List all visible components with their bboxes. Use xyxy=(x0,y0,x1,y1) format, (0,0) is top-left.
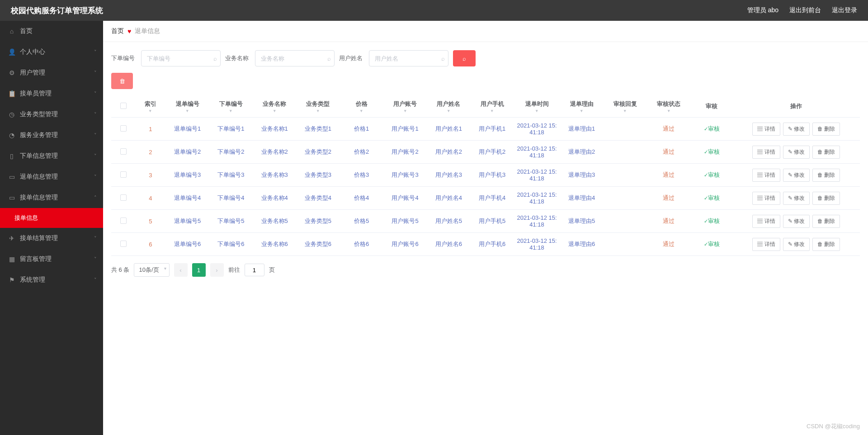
detail-button[interactable]: ▤ 详情 xyxy=(752,215,780,228)
admin-label[interactable]: 管理员 abo xyxy=(747,6,778,14)
col-header-5[interactable]: 价格 xyxy=(340,95,383,118)
edit-button[interactable]: ✎ 修改 xyxy=(783,192,810,205)
sidebar-item-8[interactable]: ▭接单信息管理˄ xyxy=(0,187,103,208)
sidebar-item-11[interactable]: ⚑系统管理˅ xyxy=(0,270,103,290)
table-row: 4退单编号4下单编号4业务名称4业务类型4价格4用户账号4用户姓名4用户手机42… xyxy=(111,187,860,210)
col-header-3[interactable]: 业务名称 xyxy=(253,95,296,118)
col-header-2[interactable]: 下单编号 xyxy=(209,95,253,118)
order-no-input[interactable] xyxy=(141,50,221,66)
logout-link[interactable]: 退出登录 xyxy=(832,6,857,14)
sort-icon xyxy=(138,109,163,113)
audit-link[interactable]: 审核 xyxy=(704,125,720,132)
sidebar-item-6[interactable]: ▯下单信息管理˅ xyxy=(0,146,103,166)
row-checkbox[interactable] xyxy=(120,241,127,247)
clock2-icon: ◔ xyxy=(8,132,15,139)
cell-reason: 退单理由3 xyxy=(560,164,603,187)
batch-delete-button[interactable]: 🗑 xyxy=(111,73,133,89)
col-header-14[interactable]: 操作 xyxy=(733,95,860,118)
user-name-input[interactable] xyxy=(369,50,448,66)
order-no-label: 下单编号 xyxy=(111,54,135,62)
edit-button[interactable]: ✎ 修改 xyxy=(783,123,810,136)
row-checkbox[interactable] xyxy=(120,194,127,201)
delete-button[interactable]: 🗑 删除 xyxy=(812,123,840,136)
prev-page-button[interactable]: ‹ xyxy=(174,263,188,277)
sidebar-item-label: 接单结算管理 xyxy=(20,234,58,242)
select-all-checkbox[interactable] xyxy=(120,103,127,109)
cell-order-no: 下单编号3 xyxy=(209,164,253,187)
header-right: 管理员 abo 退出到前台 退出登录 xyxy=(747,6,857,14)
row-checkbox[interactable] xyxy=(120,218,127,224)
detail-button[interactable]: ▤ 详情 xyxy=(752,169,780,182)
audit-link[interactable]: 审核 xyxy=(704,148,720,155)
sidebar-item-0[interactable]: ⌂首页 xyxy=(0,21,103,42)
cell-time: 2021-03-12 15:41:18 xyxy=(514,141,560,164)
sidebar-item-10[interactable]: ▦留言板管理˅ xyxy=(0,249,103,270)
audit-link[interactable]: 审核 xyxy=(704,241,720,247)
row-checkbox[interactable] xyxy=(120,125,127,132)
magnify-icon: ⌕ xyxy=(462,55,466,62)
delete-button[interactable]: 🗑 删除 xyxy=(812,215,840,228)
crumb-home[interactable]: 首页 xyxy=(111,27,124,35)
detail-button[interactable]: ▤ 详情 xyxy=(752,238,780,251)
sidebar-item-3[interactable]: 📋接单员管理˅ xyxy=(0,83,103,104)
row-checkbox[interactable] xyxy=(120,171,127,178)
sidebar-subitem-8-0[interactable]: 接单信息 xyxy=(0,208,103,228)
sidebar-item-1[interactable]: 👤个人中心˅ xyxy=(0,42,103,62)
search-icon: ⌕ xyxy=(327,55,331,62)
cell-reason: 退单理由6 xyxy=(560,233,603,256)
delete-button[interactable]: 🗑 删除 xyxy=(812,192,840,205)
cell-biz-type: 业务类型5 xyxy=(296,210,340,233)
detail-button[interactable]: ▤ 详情 xyxy=(752,123,780,136)
col-header-10[interactable]: 退单理由 xyxy=(560,95,603,118)
audit-link[interactable]: 审核 xyxy=(704,218,720,224)
sidebar-item-9[interactable]: ✈接单结算管理˅ xyxy=(0,228,103,249)
col-header-7[interactable]: 用户姓名 xyxy=(427,95,470,118)
sidebar-item-4[interactable]: ◷业务类型管理˅ xyxy=(0,104,103,125)
detail-button[interactable]: ▤ 详情 xyxy=(752,192,780,205)
search-button[interactable]: ⌕ xyxy=(453,50,476,66)
sidebar-item-5[interactable]: ◔服务业务管理˅ xyxy=(0,125,103,146)
to-front-link[interactable]: 退出到前台 xyxy=(789,6,821,14)
cell-price: 价格5 xyxy=(340,210,383,233)
goto-page-input[interactable] xyxy=(245,264,264,276)
col-header-9[interactable]: 退单时间 xyxy=(514,95,560,118)
chevron-down-icon: ˅ xyxy=(94,277,97,283)
audit-link[interactable]: 审核 xyxy=(704,171,720,178)
sort-icon xyxy=(212,109,250,113)
edit-button[interactable]: ✎ 修改 xyxy=(783,169,810,182)
col-header-11[interactable]: 审核回复 xyxy=(604,95,647,118)
edit-button[interactable]: ✎ 修改 xyxy=(783,146,810,159)
page-size-select[interactable]: 10条/页 xyxy=(134,263,169,277)
screen-icon: ▭ xyxy=(8,194,15,201)
detail-button[interactable]: ▤ 详情 xyxy=(752,146,780,159)
chevron-up-icon: ˄ xyxy=(94,195,97,201)
page-1-button[interactable]: 1 xyxy=(192,263,206,277)
biz-name-input[interactable] xyxy=(255,50,335,66)
col-header-6[interactable]: 用户账号 xyxy=(383,95,427,118)
row-checkbox[interactable] xyxy=(120,148,127,155)
sidebar-item-7[interactable]: ▭退单信息管理˅ xyxy=(0,166,103,187)
col-header-12[interactable]: 审核状态 xyxy=(647,95,690,118)
col-header-8[interactable]: 用户手机 xyxy=(470,95,514,118)
edit-button[interactable]: ✎ 修改 xyxy=(783,238,810,251)
sort-icon xyxy=(562,109,600,113)
table-row: 3退单编号3下单编号3业务名称3业务类型3价格3用户账号3用户姓名3用户手机32… xyxy=(111,164,860,187)
delete-button[interactable]: 🗑 删除 xyxy=(812,238,840,251)
col-header-1[interactable]: 退单编号 xyxy=(165,95,209,118)
edit-button[interactable]: ✎ 修改 xyxy=(783,215,810,228)
col-header-13[interactable]: 审核 xyxy=(690,95,733,118)
col-header-4[interactable]: 业务类型 xyxy=(296,95,340,118)
sort-icon xyxy=(429,109,467,113)
cell-index: 6 xyxy=(136,233,166,256)
cell-index: 3 xyxy=(136,164,166,187)
delete-button[interactable]: 🗑 删除 xyxy=(812,146,840,159)
cell-reason: 退单理由5 xyxy=(560,210,603,233)
next-page-button[interactable]: › xyxy=(210,263,224,277)
delete-button[interactable]: 🗑 删除 xyxy=(812,169,840,182)
user-icon: 👤 xyxy=(8,48,15,56)
search-bar: 下单编号 ⌕ 业务名称 ⌕ 用户姓名 ⌕ ⌕ xyxy=(111,50,860,66)
sidebar-item-label: 下单信息管理 xyxy=(20,152,58,160)
sidebar-item-2[interactable]: ⚙用户管理˅ xyxy=(0,62,103,83)
col-header-0[interactable]: 索引 xyxy=(136,95,166,118)
audit-link[interactable]: 审核 xyxy=(704,194,720,201)
